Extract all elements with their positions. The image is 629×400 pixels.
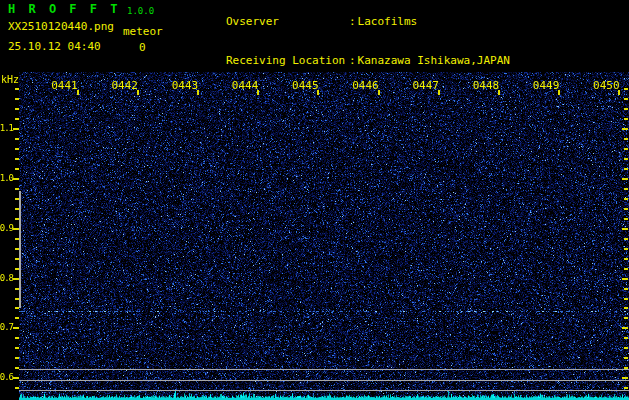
freq-minor-tick-left: [15, 317, 19, 319]
freq-minor-tick-left: [15, 118, 19, 120]
time-tick-label: 0441: [50, 79, 80, 92]
freq-tick-label: 1.0: [0, 173, 13, 183]
time-tick-mark: [317, 90, 319, 95]
freq-minor-tick-right: [624, 98, 628, 100]
freq-major-tick-left: [13, 128, 19, 130]
freq-minor-tick-left: [15, 148, 19, 150]
freq-minor-tick-left: [15, 198, 19, 200]
freq-minor-tick-right: [624, 288, 628, 290]
freq-tick-label: 0.7: [0, 322, 13, 332]
level-reference-line: [19, 390, 629, 391]
time-tick-label: 0444: [230, 79, 260, 92]
freq-minor-tick-right: [624, 88, 628, 90]
freq-minor-tick-right: [624, 198, 628, 200]
freq-minor-tick-right: [624, 238, 628, 240]
freq-minor-tick-right: [624, 208, 628, 210]
time-tick-label: 0448: [471, 79, 501, 92]
freq-minor-tick-right: [624, 317, 628, 319]
freq-tick-label: 0.6: [0, 372, 13, 382]
time-tick-mark: [378, 90, 380, 95]
mode-label: meteor: [123, 25, 163, 38]
freq-minor-tick-left: [15, 347, 19, 349]
freq-major-tick-left: [13, 377, 19, 379]
freq-minor-tick-left: [15, 298, 19, 300]
freq-minor-tick-left: [15, 268, 19, 270]
time-tick-mark: [257, 90, 259, 95]
level-reference-line: [19, 380, 629, 381]
freq-minor-tick-right: [624, 188, 628, 190]
hrofft-output-image: H R O F F T 1.0.0 XX2510120440.png meteo…: [0, 0, 629, 400]
signal-duration-bar: [19, 191, 21, 308]
time-tick-label: 0445: [290, 79, 320, 92]
freq-minor-tick-right: [624, 108, 628, 110]
freq-minor-tick-right: [624, 138, 628, 140]
freq-minor-tick-right: [624, 307, 628, 309]
info-label: Ovserver: [226, 15, 349, 28]
freq-minor-tick-left: [15, 248, 19, 250]
app-version: 1.0.0: [127, 6, 154, 16]
time-tick-label: 0447: [411, 79, 441, 92]
freq-minor-tick-left: [15, 98, 19, 100]
time-tick-label: 0450: [591, 79, 621, 92]
datetime-label: 25.10.12 04:40: [8, 40, 101, 53]
freq-minor-tick-left: [15, 168, 19, 170]
time-tick-mark: [558, 90, 560, 95]
freq-major-tick-right: [622, 278, 628, 280]
freq-minor-tick-right: [624, 218, 628, 220]
freq-minor-tick-right: [624, 168, 628, 170]
info-value: Kanazawa Ishikawa,JAPAN: [358, 54, 510, 67]
freq-major-tick-right: [622, 178, 628, 180]
info-separator: :: [349, 15, 356, 28]
freq-minor-tick-right: [624, 387, 628, 389]
freq-minor-tick-left: [15, 387, 19, 389]
freq-major-tick-left: [13, 278, 19, 280]
freq-minor-tick-right: [624, 268, 628, 270]
freq-minor-tick-left: [15, 138, 19, 140]
freq-minor-tick-right: [624, 248, 628, 250]
freq-major-tick-left: [13, 178, 19, 180]
freq-minor-tick-left: [15, 337, 19, 339]
freq-minor-tick-left: [15, 188, 19, 190]
freq-minor-tick-left: [15, 258, 19, 260]
freq-minor-tick-left: [15, 218, 19, 220]
time-tick-mark: [77, 90, 79, 95]
freq-major-tick-right: [622, 228, 628, 230]
level-reference-line: [19, 369, 629, 370]
freq-axis-unit-label: kHz: [1, 74, 19, 85]
freq-major-tick-left: [13, 327, 19, 329]
time-tick-mark: [618, 90, 620, 95]
meteor-count: 0: [139, 41, 146, 54]
freq-minor-tick-right: [624, 158, 628, 160]
freq-tick-label: 1.1: [0, 123, 13, 133]
info-row-observer: Ovserver:Lacofilms: [173, 2, 510, 41]
freq-minor-tick-left: [15, 158, 19, 160]
freq-minor-tick-right: [624, 337, 628, 339]
time-tick-label: 0446: [351, 79, 381, 92]
time-tick-label: 0442: [110, 79, 140, 92]
time-tick-label: 0443: [170, 79, 200, 92]
app-title: H R O F F T: [8, 2, 120, 16]
freq-minor-tick-right: [624, 258, 628, 260]
freq-major-tick-right: [622, 377, 628, 379]
freq-major-tick-left: [13, 228, 19, 230]
info-value: Lacofilms: [358, 15, 418, 28]
info-separator: :: [349, 54, 356, 67]
freq-tick-label: 0.9: [0, 223, 13, 233]
spectrogram-canvas: [19, 72, 629, 400]
freq-minor-tick-right: [624, 357, 628, 359]
freq-minor-tick-right: [624, 118, 628, 120]
freq-minor-tick-right: [624, 367, 628, 369]
freq-minor-tick-left: [15, 88, 19, 90]
freq-minor-tick-left: [15, 357, 19, 359]
time-tick-mark: [498, 90, 500, 95]
info-label: Receiving Location: [226, 54, 349, 67]
freq-minor-tick-left: [15, 108, 19, 110]
freq-minor-tick-right: [624, 298, 628, 300]
freq-minor-tick-left: [15, 367, 19, 369]
time-tick-mark: [438, 90, 440, 95]
time-tick-mark: [197, 90, 199, 95]
freq-tick-label: 0.8: [0, 273, 13, 283]
output-filename: XX2510120440.png: [8, 20, 114, 33]
freq-minor-tick-left: [15, 307, 19, 309]
freq-minor-tick-right: [624, 347, 628, 349]
